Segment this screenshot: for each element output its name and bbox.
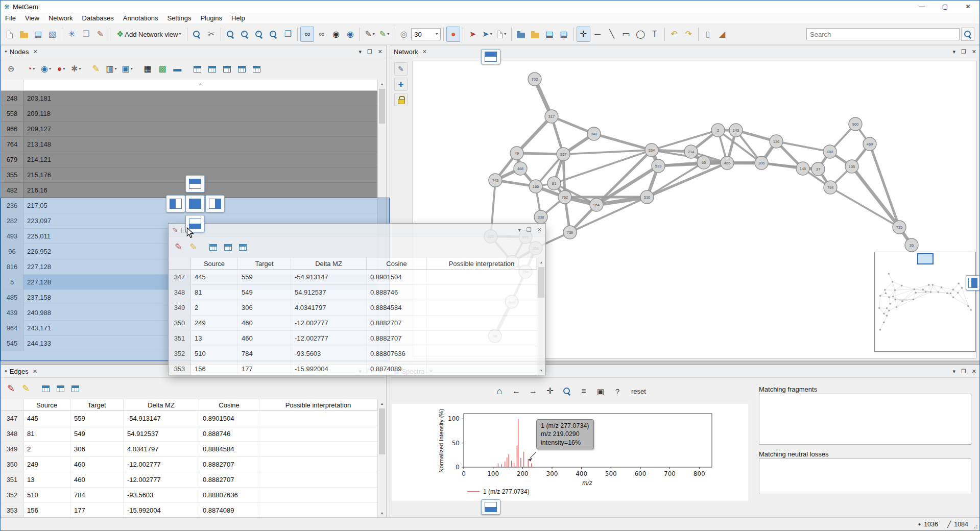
menu-item-settings[interactable]: Settings: [162, 13, 196, 24]
network-node[interactable]: 214: [684, 145, 698, 158]
table-corner[interactable]: [169, 258, 191, 269]
zoom-rect-button[interactable]: [560, 384, 574, 398]
scroll-up-button[interactable]: ▴: [378, 399, 386, 408]
column-header-target[interactable]: Target: [238, 258, 291, 269]
dart-tool-button[interactable]: ➤▾: [480, 27, 494, 42]
network-node[interactable]: 954: [590, 198, 603, 211]
freeze-columns-button[interactable]: [190, 61, 204, 77]
network-node[interactable]: 743: [489, 174, 502, 187]
hide-items-button[interactable]: ◉: [329, 27, 343, 42]
close-button[interactable]: ✕: [957, 1, 979, 13]
network-edit-button[interactable]: ✎: [394, 62, 408, 76]
refresh-table-button[interactable]: [250, 61, 264, 77]
export-table-button[interactable]: [54, 381, 67, 396]
highlight-edge-button[interactable]: ✎: [19, 381, 33, 396]
nodes-table-row[interactable]: 558209,118: [1, 106, 377, 122]
network-node[interactable]: 400: [823, 145, 836, 158]
import-metadata-button[interactable]: [514, 27, 528, 42]
color-mapping-button[interactable]: ●▾: [54, 61, 68, 77]
menu-item-databases[interactable]: Databases: [78, 13, 118, 24]
scroll-thumb[interactable]: [379, 89, 385, 124]
node-scale-combo[interactable]: 30▾: [411, 28, 441, 40]
network-dock-float-button[interactable]: ❐: [961, 49, 966, 55]
column-header-target[interactable]: Target: [70, 399, 124, 411]
spectrum-figure[interactable]: 0100200300400500600700800050100 Normaliz…: [392, 404, 748, 501]
link-views-button[interactable]: ∞: [315, 27, 328, 42]
menu-item-view[interactable]: View: [20, 13, 44, 24]
network-node[interactable]: 37: [811, 162, 825, 176]
network-node[interactable]: 948: [587, 127, 601, 140]
move-tool-button[interactable]: ✛: [577, 27, 590, 42]
color-nodes-button[interactable]: ●: [446, 27, 460, 42]
scroll-thumb[interactable]: [379, 408, 385, 454]
rectangle-tool-button[interactable]: ▭: [619, 27, 633, 42]
copy-view-button[interactable]: ❐: [79, 27, 93, 42]
network-node[interactable]: 516: [640, 190, 654, 204]
scroll-down-button[interactable]: ▾: [537, 366, 545, 375]
size-mapping-button-dropdown-icon[interactable]: ▾: [49, 67, 51, 71]
dart-tool-button-dropdown-icon[interactable]: ▾: [490, 32, 492, 36]
edges-tab-close-icon[interactable]: ✕: [33, 368, 37, 375]
floating-edges-close-button[interactable]: ✕: [537, 227, 542, 233]
remove-column-button[interactable]: ⊖: [4, 61, 18, 77]
network-node[interactable]: 306: [755, 156, 768, 170]
matching-neutral-losses-box[interactable]: [759, 458, 971, 494]
add-network-view-button-dropdown-icon[interactable]: ▾: [179, 32, 181, 36]
redo-button[interactable]: ↷: [682, 27, 696, 42]
refresh-table-button[interactable]: [68, 381, 82, 396]
network-node[interactable]: 702: [528, 73, 541, 86]
pin-tool-button[interactable]: ➤: [466, 27, 480, 42]
network-node[interactable]: 739: [563, 226, 577, 239]
forward-button[interactable]: →: [526, 384, 540, 398]
menu-item-network[interactable]: Network: [44, 13, 78, 24]
network-node[interactable]: 317: [545, 110, 558, 123]
spectra-dock-float-button[interactable]: ❐: [961, 368, 966, 375]
nodes-dock-close-button[interactable]: ✕: [378, 49, 383, 55]
column-header-delta-mz[interactable]: Delta MZ: [291, 258, 367, 269]
home-button[interactable]: ⌂: [492, 384, 507, 398]
edges-table-row[interactable]: 347445559-54.9131470.8901504: [169, 270, 537, 285]
pie-colors-button[interactable]: ◔▾: [24, 61, 38, 77]
scroll-up-button[interactable]: ▴: [537, 258, 545, 267]
highlight-column-button[interactable]: ✎: [89, 61, 103, 77]
table-corner[interactable]: [1, 399, 23, 411]
scroll-down-button[interactable]: ▾: [378, 509, 386, 518]
matching-fragments-box[interactable]: [759, 394, 971, 445]
network-node[interactable]: 136: [770, 135, 783, 148]
pie-colors-button-dropdown-icon[interactable]: ▾: [33, 67, 35, 71]
import-table-button[interactable]: [235, 61, 249, 77]
floating-edges-menu-button[interactable]: ▾: [518, 227, 521, 233]
nodes-table-row[interactable]: 966209,127: [1, 122, 377, 137]
network-node[interactable]: 2: [711, 124, 725, 137]
export-table-button[interactable]: [220, 61, 234, 77]
network-node[interactable]: 465: [721, 156, 734, 170]
dock-guide-top[interactable]: [185, 175, 205, 192]
zoom-out-button[interactable]: −: [224, 27, 237, 42]
configure-button[interactable]: ≡: [577, 384, 591, 398]
network-dock-close-button[interactable]: ✕: [972, 49, 976, 55]
nodes-dock-menu-button[interactable]: ▾: [358, 49, 362, 55]
open-project-button[interactable]: [17, 27, 31, 42]
undo-button[interactable]: ↶: [667, 27, 681, 42]
network-node[interactable]: 762: [558, 190, 571, 204]
edges-table-row[interactable]: 35113460-12.0027770.8882707: [169, 331, 537, 346]
view-spectra-library-button[interactable]: ▤: [557, 27, 571, 42]
column-header-possible-interpretation[interactable]: Possible interpretation: [427, 258, 537, 269]
view-databases-button[interactable]: ▤: [543, 27, 557, 42]
text-tool-button[interactable]: T: [648, 27, 662, 42]
dock-edge-indicator-bottom[interactable]: [481, 499, 500, 515]
edges-table-row[interactable]: 353156177-15.9920040.8874089: [169, 361, 537, 375]
zoom-in-button[interactable]: +: [238, 27, 252, 42]
save-figure-button[interactable]: ▣: [593, 384, 608, 398]
edges-table-row[interactable]: 3488154954.9125370.888746: [1, 426, 377, 442]
column-header-delta-mz[interactable]: Delta MZ: [124, 399, 199, 411]
network-pin-button[interactable]: ✚: [394, 78, 408, 91]
link-selection-button[interactable]: ∞: [300, 27, 314, 42]
floating-edges-float-button[interactable]: ❐: [527, 227, 532, 233]
node-scale-combo-dropdown-icon[interactable]: ▾: [436, 32, 438, 36]
collapse-button[interactable]: ▬: [171, 61, 184, 77]
add-network-view-button[interactable]: ❖Add Network view▾: [113, 27, 184, 42]
draw-mode-button-dropdown-icon[interactable]: ▾: [373, 32, 375, 36]
network-node[interactable]: 36: [905, 238, 918, 252]
menu-item-annotations[interactable]: Annotations: [118, 13, 163, 24]
